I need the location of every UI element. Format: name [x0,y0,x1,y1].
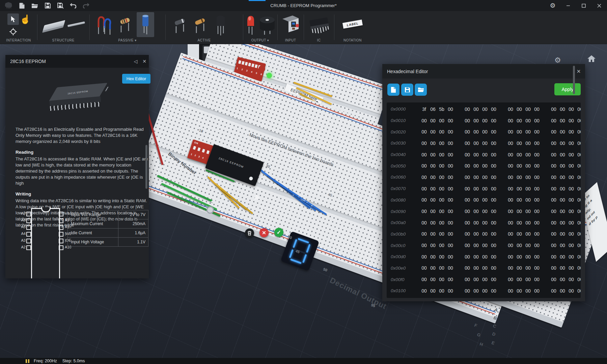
hex-byte[interactable]: 00 [532,265,541,271]
hex-byte[interactable]: 00 [429,118,437,123]
hex-byte[interactable]: 00 [489,175,498,180]
hex-byte[interactable]: 00 [437,265,446,271]
hex-byte[interactable]: 00 [429,288,437,294]
hex-byte[interactable]: 00 [429,265,437,271]
hex-byte[interactable]: 00 [437,141,446,146]
hex-byte[interactable]: 00 [463,129,472,134]
hex-byte[interactable]: 00 [420,175,429,180]
hex-byte[interactable]: 00 [576,277,581,282]
scene-settings-gear-icon[interactable]: ⚙ [554,56,561,65]
breadboard-item[interactable] [41,17,66,33]
hex-byte[interactable]: 00 [472,197,480,203]
hex-byte[interactable]: 00 [480,231,489,237]
cursor-tool[interactable] [7,13,19,25]
save-as-icon[interactable] [56,1,65,10]
hex-byte[interactable]: 00 [463,141,472,146]
hex-byte[interactable]: 00 [429,231,437,237]
hex-byte[interactable]: 00 [506,209,515,214]
hex-byte[interactable]: 00 [506,107,515,112]
hex-byte[interactable]: 00 [515,231,524,237]
minimize-button[interactable] [560,0,576,11]
hex-byte[interactable]: 00 [463,209,472,214]
hex-byte[interactable]: 00 [567,107,576,112]
hex-byte[interactable]: 00 [576,118,581,123]
hex-byte[interactable]: 00 [489,243,498,248]
hex-byte[interactable]: 00 [463,288,472,294]
hex-byte[interactable]: 00 [480,288,489,294]
scene-home-icon[interactable] [587,55,596,64]
hex-byte[interactable]: 00 [532,186,541,191]
hex-byte[interactable]: 00 [515,186,524,191]
hex-byte[interactable]: 00 [576,209,581,214]
hex-byte[interactable]: 00 [472,220,480,225]
hex-byte[interactable]: 00 [506,118,515,123]
hex-byte[interactable]: 00 [472,186,480,191]
hex-byte[interactable]: 00 [549,129,558,134]
apply-button[interactable]: Apply [554,83,581,95]
hex-byte[interactable]: 5b [437,107,446,112]
hex-byte[interactable]: 00 [437,163,446,169]
hex-byte[interactable]: 00 [558,186,567,191]
hex-byte[interactable]: 00 [524,209,532,214]
hex-byte[interactable]: 00 [463,163,472,169]
hex-byte[interactable]: 00 [446,141,455,146]
hex-byte[interactable]: 00 [515,265,524,271]
hex-byte[interactable]: 00 [472,175,480,180]
hex-byte[interactable]: 00 [420,254,429,260]
hex-byte[interactable]: 00 [567,129,576,134]
hex-byte[interactable]: 00 [420,197,429,203]
led-item[interactable] [244,13,258,37]
hex-byte[interactable]: 00 [506,220,515,225]
hex-byte[interactable]: 00 [567,186,576,191]
hex-byte[interactable]: 00 [489,231,498,237]
hex-byte[interactable]: 00 [567,175,576,180]
hex-byte[interactable]: 00 [437,254,446,260]
hex-byte[interactable]: 00 [558,175,567,180]
hex-byte[interactable]: 00 [506,277,515,282]
hex-byte[interactable]: 00 [472,152,480,157]
hex-byte[interactable]: 00 [549,243,558,248]
input-module-item[interactable] [281,13,300,37]
hex-byte[interactable]: 00 [446,209,455,214]
hex-save-button[interactable] [401,84,413,96]
hex-byte[interactable]: 00 [515,209,524,214]
hex-byte[interactable]: 00 [524,254,532,260]
hex-byte[interactable]: 00 [437,209,446,214]
hex-byte[interactable]: 00 [472,231,480,237]
hex-byte[interactable]: 00 [532,152,541,157]
hex-byte[interactable]: 00 [576,254,581,260]
hex-byte[interactable]: 00 [489,254,498,260]
hex-byte[interactable]: 00 [480,175,489,180]
hex-byte[interactable]: 00 [515,175,524,180]
hex-byte[interactable]: 00 [429,243,437,248]
hex-byte[interactable]: 00 [515,197,524,203]
hex-byte[interactable]: 00 [472,163,480,169]
hex-byte[interactable]: 00 [429,254,437,260]
hex-byte[interactable]: 00 [489,209,498,214]
hex-byte[interactable]: 00 [506,186,515,191]
hex-byte[interactable]: 00 [480,107,489,112]
hex-byte[interactable]: 00 [506,129,515,134]
hex-byte[interactable]: 00 [576,197,581,203]
hex-byte[interactable]: 00 [558,197,567,203]
hex-byte[interactable]: 00 [420,118,429,123]
hex-new-file-button[interactable] [387,84,399,96]
hex-byte[interactable]: 00 [524,220,532,225]
hex-byte[interactable]: 00 [515,118,524,123]
hex-byte[interactable]: 00 [524,231,532,237]
hex-byte[interactable]: 00 [515,141,524,146]
hex-byte[interactable]: 00 [429,209,437,214]
pause-icon[interactable] [26,359,30,363]
hex-editor-button[interactable]: Hex Editor [122,74,150,84]
hex-byte[interactable]: 00 [446,231,455,237]
hex-byte[interactable]: 00 [446,163,455,169]
hex-byte[interactable]: 00 [437,288,446,294]
hex-byte[interactable]: 00 [437,243,446,248]
hex-byte[interactable]: 00 [549,254,558,260]
hex-byte[interactable]: 00 [420,220,429,225]
hex-byte[interactable]: 00 [515,129,524,134]
hex-byte[interactable]: 00 [524,288,532,294]
hex-byte[interactable]: 00 [549,220,558,225]
capacitor-item[interactable] [137,12,154,37]
hand-tool[interactable]: ☝ [20,13,31,25]
